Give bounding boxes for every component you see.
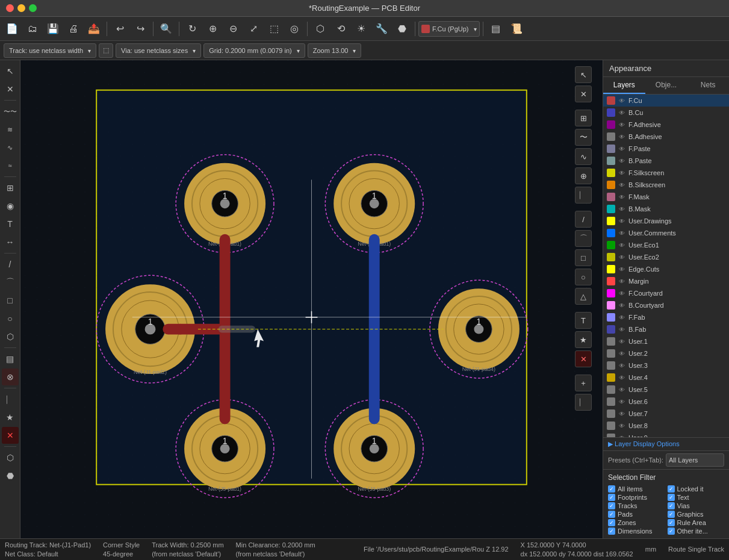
grid-selector[interactable]: Grid: 0.2000 mm (0.0079 in) xyxy=(203,43,305,58)
select-tool[interactable]: ↖ xyxy=(2,63,19,79)
interactive-router-icon[interactable]: ⬚ xyxy=(99,43,113,58)
selection-filter-item[interactable]: Footprints xyxy=(608,494,665,501)
route-overlay-btn[interactable]: 〜 xyxy=(575,129,592,146)
selection-filter-item[interactable]: Zones xyxy=(608,519,665,526)
selection-filter-item[interactable]: Tracks xyxy=(608,502,665,509)
layer-visibility-icon[interactable]: 👁 xyxy=(618,242,626,249)
selection-filter-item[interactable]: Text xyxy=(668,494,725,501)
delete-tool[interactable]: ✕ xyxy=(2,427,19,444)
draw-rectangle[interactable]: □ xyxy=(2,292,19,309)
layer-visibility-icon[interactable]: 👁 xyxy=(618,399,626,405)
layer-visibility-icon[interactable]: 👁 xyxy=(618,266,626,273)
plus-overlay-btn[interactable]: + xyxy=(575,375,592,391)
layer-visibility-icon[interactable]: 👁 xyxy=(618,387,626,393)
layer-item[interactable]: 👁B.Adhesive xyxy=(603,131,729,143)
layer-item[interactable]: 👁User.8 xyxy=(603,420,729,432)
add-text[interactable]: T xyxy=(2,216,19,232)
tab-nets[interactable]: Nets xyxy=(687,77,729,94)
tune-overlay-btn[interactable]: ∿ xyxy=(575,148,592,165)
selection-filter-item[interactable]: Dimensions xyxy=(608,527,665,535)
draw-arc[interactable]: ⌒ xyxy=(2,274,19,291)
layer-visibility-icon[interactable]: 👁 xyxy=(618,254,626,261)
3dview-button[interactable]: ⬣ xyxy=(392,20,412,38)
selection-filter-checkbox[interactable] xyxy=(668,511,675,518)
export-button[interactable]: 📤 xyxy=(84,20,104,38)
layer-visibility-icon[interactable]: 👁 xyxy=(618,375,626,381)
zoom-selector[interactable]: Zoom 13.00 xyxy=(308,43,362,58)
selection-filter-item[interactable]: Vias xyxy=(668,502,725,509)
pcb-canvas-area[interactable]: 1 Net-(J1-pad1) 1 Net-(J3-pad1) xyxy=(20,60,603,538)
add-zone[interactable]: ▤ xyxy=(2,350,19,367)
layer-visibility-icon[interactable]: 👁 xyxy=(618,110,626,116)
route-diff-pair[interactable]: ≋ xyxy=(2,121,19,138)
selection-filter-item[interactable]: Locked it xyxy=(668,485,725,493)
selection-filter-checkbox[interactable] xyxy=(608,511,615,518)
selection-filter-checkbox[interactable] xyxy=(608,494,615,501)
selection-filter-checkbox[interactable] xyxy=(668,519,675,526)
layer-item[interactable]: 👁User.Comments xyxy=(603,227,729,239)
layer-visibility-icon[interactable]: 👁 xyxy=(618,170,626,176)
selection-filter-checkbox[interactable] xyxy=(608,527,615,535)
layer-visibility-icon[interactable]: 👁 xyxy=(618,326,626,333)
selection-filter-checkbox[interactable] xyxy=(608,502,615,509)
selection-filter-checkbox[interactable] xyxy=(608,485,615,493)
scripting-button[interactable]: 📜 xyxy=(507,20,526,38)
layer-item[interactable]: 👁User.6 xyxy=(603,396,729,408)
3d-view[interactable]: ⬣ xyxy=(2,467,19,484)
ruler-overlay-btn[interactable]: ⎸ xyxy=(575,394,592,411)
marker-overlay-btn[interactable]: ★ xyxy=(575,331,592,348)
add-rule-area[interactable]: ⊗ xyxy=(2,369,19,385)
layer-visibility-icon[interactable]: 👁 xyxy=(618,218,626,225)
layer-list[interactable]: 👁F.Cu👁B.Cu👁F.Adhesive👁B.Adhesive👁F.Paste… xyxy=(603,95,729,437)
layer-item[interactable]: 👁B.Silkscreen xyxy=(603,179,729,191)
selection-filter-item[interactable]: Graphics xyxy=(668,511,725,518)
layer-visibility-icon[interactable]: 👁 xyxy=(618,423,626,429)
layer-item[interactable]: 👁User.4 xyxy=(603,372,729,384)
grid-overlay-btn[interactable]: ⊞ xyxy=(575,110,592,126)
undo-button[interactable]: ↩ xyxy=(110,20,129,38)
layer-visibility-icon[interactable]: 👁 xyxy=(618,302,626,309)
toggle-layers-button[interactable]: ▤ xyxy=(486,20,506,38)
highlight-button[interactable]: ☀ xyxy=(352,20,371,38)
layer-item[interactable]: 👁B.Mask xyxy=(603,203,729,215)
update-button[interactable]: ⟲ xyxy=(331,20,350,38)
add-dimension[interactable]: ↔ xyxy=(2,234,19,250)
text-overlay-btn[interactable]: T xyxy=(575,312,592,329)
measure-tool[interactable]: ⎸ xyxy=(2,391,19,408)
layer-item[interactable]: 👁User.Eco1 xyxy=(603,239,729,251)
layer-item[interactable]: 👁User.1 xyxy=(603,335,729,347)
layer-item[interactable]: 👁Margin xyxy=(603,275,729,287)
close-overlay[interactable]: ✕ xyxy=(575,86,592,102)
redo-button[interactable]: ↪ xyxy=(131,20,150,38)
add-via[interactable]: ◉ xyxy=(2,198,19,214)
rect-overlay-btn[interactable]: □ xyxy=(575,249,592,266)
layer-item[interactable]: 👁B.Paste xyxy=(603,155,729,167)
layer-item[interactable]: 👁F.Adhesive xyxy=(603,119,729,131)
via-size-selector[interactable]: Via: use netclass sizes xyxy=(116,43,201,58)
layer-visibility-icon[interactable]: 👁 xyxy=(618,290,626,297)
layer-item[interactable]: 👁User.5 xyxy=(603,384,729,396)
layer-item[interactable]: 👁User.7 xyxy=(603,408,729,420)
zoom-overlay-btn[interactable]: ⊕ xyxy=(575,167,592,184)
layer-item[interactable]: 👁F.Fab xyxy=(603,311,729,323)
layer-item[interactable]: 👁F.Courtyard xyxy=(603,287,729,299)
layer-selector[interactable]: F.Cu (PgUp) xyxy=(418,21,480,37)
layer-item[interactable]: 👁F.Mask xyxy=(603,191,729,203)
tab-objects[interactable]: Obje... xyxy=(645,77,687,94)
layer-visibility-icon[interactable]: 👁 xyxy=(618,194,626,201)
zoom-out-button[interactable]: ⊖ xyxy=(223,20,243,38)
netlist-button[interactable]: ⬡ xyxy=(311,20,330,38)
layer-visibility-icon[interactable]: 👁 xyxy=(618,278,626,285)
layer-item[interactable]: 👁B.Cu xyxy=(603,107,729,119)
layer-visibility-icon[interactable]: 👁 xyxy=(618,98,626,104)
minimize-button[interactable] xyxy=(17,4,25,12)
layer-item[interactable]: 👁User.9 xyxy=(603,432,729,437)
print-button[interactable]: 🖨 xyxy=(64,20,83,38)
layer-visibility-icon[interactable]: 👁 xyxy=(618,206,626,213)
layer-item[interactable]: 👁B.Courtyard xyxy=(603,299,729,311)
tri-overlay-btn[interactable]: △ xyxy=(575,288,592,305)
layer-item[interactable]: 👁Edge.Cuts xyxy=(603,263,729,275)
selection-filter-item[interactable]: All items xyxy=(608,485,665,493)
layer-item[interactable]: 👁User.3 xyxy=(603,359,729,372)
pan-zoom-tool[interactable]: ↖ xyxy=(575,66,592,83)
